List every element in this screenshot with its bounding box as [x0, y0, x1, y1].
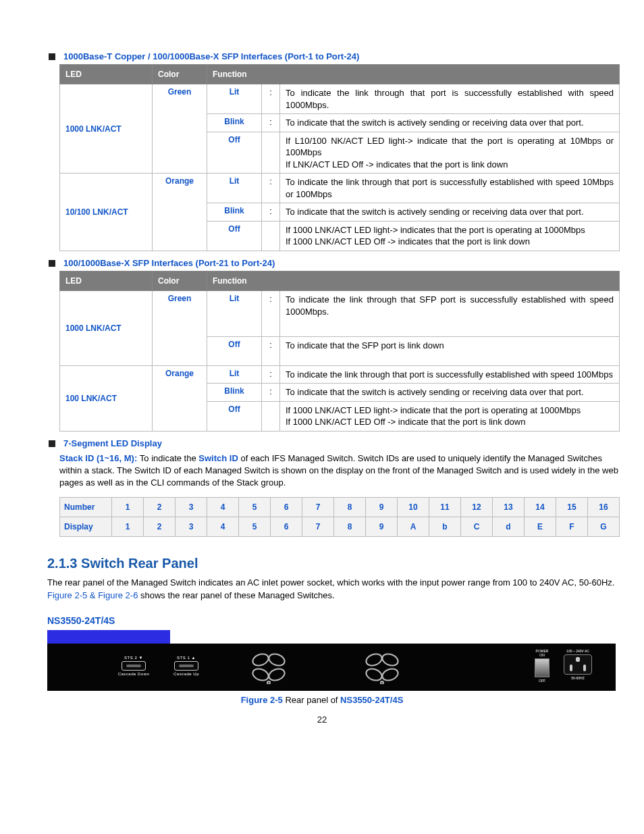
page-number: 22: [12, 705, 632, 725]
sr1s2: Off: [207, 337, 262, 366]
figcap-b: Rear panel of: [285, 695, 340, 705]
stack-switch-id: Switch ID: [198, 453, 238, 463]
sr2f2: To indicate that the switch is actively …: [280, 384, 620, 402]
bullet-square-icon: [49, 260, 55, 267]
figure-link[interactable]: Figure 2-5 & Figure 2-6: [47, 590, 138, 600]
r2s1: Lit: [207, 174, 262, 203]
model-heading: NS3550-24T/4S: [47, 615, 632, 626]
r1f3: If L10/100 NK/ACT LED light-> indicate t…: [280, 132, 620, 174]
figcap-a: Figure 2-5: [241, 695, 286, 705]
led-table-1: LED Color Function 1000 LNK/ACT Green Li…: [59, 64, 620, 251]
rear-panel-figure: STS 2 ▼ Cascade Down STS 1 ▲ Cascade Up: [47, 644, 616, 691]
bullet-square-icon: [49, 53, 55, 60]
r1s3: Off: [207, 132, 262, 174]
r2s3: Off: [207, 221, 262, 251]
svg-point-8: [381, 667, 400, 682]
svg-point-9: [381, 681, 383, 684]
figcap-c: NS3550-24T/4S: [340, 695, 403, 705]
power-off-label: OFF: [531, 679, 554, 683]
sr2s2: Blink: [207, 384, 262, 402]
sr2s1: Lit: [207, 365, 262, 384]
table-row: Display 1 2 3 4 5 6 7 8 9 A b C d E F G: [60, 517, 620, 537]
stack-port-icon: [122, 661, 146, 671]
r1s1: Lit: [207, 84, 262, 114]
r2f2: To indicate that the switch is actively …: [280, 203, 620, 221]
row-display-hdr: Display: [60, 517, 112, 537]
sts1-bot-label: Cascade Up: [167, 672, 205, 676]
section-paragraph: The rear panel of the Managed Switch ind…: [12, 577, 632, 608]
bullet-sfp: 100/1000Base-X SFP Interfaces (Port-21 t…: [12, 258, 632, 268]
ac-top-label: 100 ~ 240V AC: [560, 649, 595, 653]
th-function: Function: [207, 271, 620, 291]
svg-point-0: [251, 652, 270, 667]
row-number-hdr: Number: [60, 498, 112, 517]
row1-label: 1000 LNK/ACT: [60, 84, 153, 174]
r1f1: To indicate the link through that port i…: [280, 84, 620, 114]
bullet-text: 1000Base-T Copper / 100/1000Base-X SFP I…: [63, 51, 359, 61]
bullet-copper-sfp: 1000Base-T Copper / 100/1000Base-X SFP I…: [12, 51, 632, 61]
stack-lead: Stack ID (1~16, M):: [59, 453, 140, 463]
para-b: shows the rear panel of these Managed Sw…: [138, 590, 334, 600]
power-on-label: ON: [531, 653, 554, 657]
power-switch-icon: POWER ON OFF: [531, 649, 554, 683]
srow2-color: Orange: [153, 365, 207, 431]
sts1-top-label: STS 1 ▲: [167, 656, 205, 660]
sr1f2: To indicate that the SFP port is link do…: [280, 337, 620, 366]
figure-caption: Figure 2-5 Rear panel of NS3550-24T/4S: [12, 691, 632, 705]
th-color: Color: [153, 271, 207, 291]
stack-port-1: STS 1 ▲ Cascade Up: [167, 656, 205, 676]
fan-icon: [250, 650, 288, 684]
svg-point-3: [267, 667, 286, 682]
ac-inlet-icon: 100 ~ 240V AC 50-60HZ: [560, 649, 595, 680]
sr1f1: To indicate the link through that SFP po…: [280, 291, 620, 337]
svg-point-7: [365, 667, 383, 682]
sts2-bot-label: Cascade Down: [115, 672, 153, 676]
sr2f1: To indicate the link through that port i…: [280, 365, 620, 384]
row2-label: 10/100 LNK/ACT: [60, 174, 153, 251]
ac-bot-label: 50-60HZ: [560, 676, 595, 680]
stack-description: Stack ID (1~16, M): To indicate the Swit…: [12, 451, 632, 495]
sts2-top-label: STS 2 ▼: [115, 656, 153, 660]
sr2f3: If 1000 LNK/ACT LED light-> indicate tha…: [280, 401, 620, 431]
th-color: Color: [153, 65, 207, 84]
model-tab: [47, 630, 170, 644]
r2s2: Blink: [207, 203, 262, 221]
colon: :: [262, 84, 280, 114]
bullet-square-icon: [49, 440, 55, 447]
row2-color: Orange: [153, 174, 207, 251]
svg-point-5: [365, 652, 383, 667]
r2f1: To indicate the link through that port i…: [280, 174, 620, 203]
para-a: The rear panel of the Managed Switch ind…: [47, 577, 614, 588]
bullet-text: 100/1000Base-X SFP Interfaces (Port-21 t…: [63, 258, 275, 268]
svg-point-6: [381, 652, 400, 667]
srow1-label: 1000 LNK/ACT: [60, 291, 153, 366]
svg-point-1: [267, 652, 286, 667]
r1f2: To indicate that the switch is actively …: [280, 114, 620, 132]
stack-port-2: STS 2 ▼ Cascade Down: [115, 656, 153, 676]
r1s2: Blink: [207, 114, 262, 132]
srow2-label: 100 LNK/ACT: [60, 365, 153, 431]
srow1-color: Green: [153, 291, 207, 366]
stack-t1: To indicate the: [140, 453, 198, 463]
svg-point-4: [267, 681, 270, 684]
r2f3: If 1000 LNK/ACT LED light-> indicates th…: [280, 221, 620, 251]
sr2s3: Off: [207, 401, 262, 431]
bullet-text: 7-Segment LED Display: [63, 438, 162, 448]
stack-port-icon: [174, 661, 198, 671]
row1-color: Green: [153, 84, 207, 174]
section-heading: 2.1.3 Switch Rear Panel: [47, 556, 632, 571]
th-led: LED: [60, 65, 153, 84]
bullet-seven-seg: 7-Segment LED Display: [12, 438, 632, 448]
svg-point-2: [251, 667, 270, 682]
fan-icon: [363, 650, 401, 684]
th-led: LED: [60, 271, 153, 291]
table-row: Number 1 2 3 4 5 6 7 8 9 10 11 12 13 14 …: [60, 498, 620, 517]
th-function: Function: [207, 65, 620, 84]
sr1s1: Lit: [207, 291, 262, 337]
led-table-2: LED Color Function 1000 LNK/ACT Green Li…: [59, 271, 620, 432]
seven-segment-table: Number 1 2 3 4 5 6 7 8 9 10 11 12 13 14 …: [59, 497, 620, 537]
